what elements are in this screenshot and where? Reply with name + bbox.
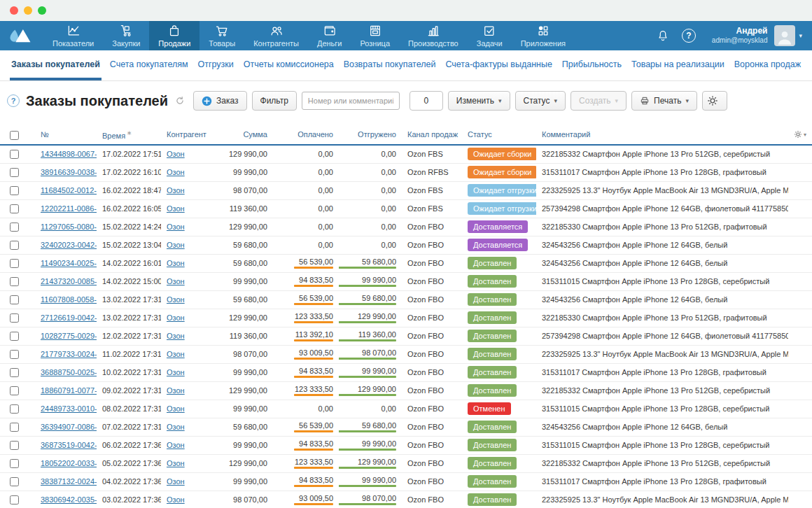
counterparty-link[interactable]: Озон <box>167 277 185 285</box>
counterparty-link[interactable]: Озон <box>167 386 185 395</box>
table-row[interactable]: 24489733-0010-708.02.2022 17:31Озон99 99… <box>0 400 812 418</box>
create-order-button[interactable]: Заказ <box>193 91 246 111</box>
order-number-link[interactable]: 12202211-0086-6 <box>41 204 97 213</box>
nav-item-production[interactable]: Производство <box>399 21 468 50</box>
row-select-cell[interactable] <box>0 199 35 218</box>
row-checkbox[interactable] <box>10 223 19 232</box>
row-checkbox[interactable] <box>10 441 19 450</box>
nav-item-dashboard[interactable]: Показатели <box>43 21 103 50</box>
page-help-icon[interactable]: ? <box>7 94 20 107</box>
column-header[interactable]: Контрагент <box>161 126 213 145</box>
table-row[interactable]: 32402023-0042-115.02.2022 13:04Озон59 68… <box>0 236 812 254</box>
counterparty-link[interactable]: Озон <box>167 241 185 249</box>
column-header[interactable]: № <box>35 126 97 145</box>
row-select-cell[interactable] <box>0 363 35 381</box>
tab-orders[interactable]: Заказы покупателей <box>10 50 102 80</box>
nav-item-money[interactable]: Деньги <box>308 21 351 50</box>
counterparty-link[interactable]: Озон <box>167 441 185 449</box>
order-number-link[interactable]: 14344898-0067-3 <box>41 150 97 158</box>
column-header[interactable]: Сумма <box>213 126 273 145</box>
row-select-cell[interactable] <box>0 400 35 418</box>
row-select-cell[interactable] <box>0 436 35 454</box>
order-number-link[interactable]: 21437320-0085-1 <box>41 277 97 285</box>
table-row[interactable]: 11607808-0058-713.02.2022 17:31Озон59 68… <box>0 290 812 309</box>
order-number-link[interactable]: 27126619-0042-7 <box>41 313 97 322</box>
order-number-link[interactable]: 18860791-0077-6 <box>41 386 97 395</box>
order-number-link[interactable]: 18052202-0033-8 <box>41 459 97 467</box>
nav-item-purchases[interactable]: Закупки <box>103 21 149 50</box>
columns-gear-icon[interactable]: ▾ <box>794 130 806 139</box>
row-select-cell[interactable] <box>0 345 35 363</box>
row-checkbox[interactable] <box>10 459 19 468</box>
column-header[interactable]: Время∗ <box>97 126 161 145</box>
help-icon[interactable]: ? <box>682 29 696 43</box>
table-row[interactable]: 36394907-0086-207.02.2022 17:31Озон59 68… <box>0 418 812 436</box>
row-checkbox[interactable] <box>10 313 19 323</box>
row-select-cell[interactable] <box>0 254 35 272</box>
table-row[interactable]: 36888750-0025-310.02.2022 17:31Озон99 99… <box>0 363 812 381</box>
row-checkbox[interactable] <box>10 277 19 286</box>
nav-item-sales[interactable]: Продажи <box>149 21 200 50</box>
counterparty-link[interactable]: Озон <box>167 423 185 431</box>
moysklad-logo-icon[interactable] <box>0 21 43 50</box>
table-row[interactable]: 11684502-0012-816.02.2022 18:47Озон98 07… <box>0 181 812 199</box>
table-row[interactable]: 21779733-0024-811.02.2022 17:31Озон98 07… <box>0 345 812 363</box>
notifications-bell-icon[interactable] <box>657 29 669 42</box>
counterparty-link[interactable]: Озон <box>167 168 185 176</box>
edit-dropdown-button[interactable]: Изменить▾ <box>448 91 510 111</box>
order-number-link[interactable]: 38387132-0024-4 <box>41 477 97 486</box>
row-select-cell[interactable] <box>0 472 35 491</box>
counterparty-link[interactable]: Озон <box>167 404 185 413</box>
column-header[interactable]: Канал продаж <box>402 126 462 145</box>
row-select-cell[interactable] <box>0 327 35 345</box>
table-row[interactable]: 10282775-0029-512.02.2022 17:31Озон119 3… <box>0 327 812 345</box>
row-select-cell[interactable] <box>0 145 35 164</box>
table-row[interactable]: 36873519-0042-306.02.2022 17:36Озон99 99… <box>0 436 812 454</box>
row-checkbox[interactable] <box>10 368 19 377</box>
row-checkbox[interactable] <box>10 423 19 432</box>
table-row[interactable]: 12202211-0086-616.02.2022 16:05Озон119 3… <box>0 199 812 218</box>
counterparty-link[interactable]: Озон <box>167 368 185 376</box>
row-checkbox[interactable] <box>10 186 19 195</box>
order-number-link[interactable]: 38306942-0035-1 <box>41 495 97 504</box>
order-number-link[interactable]: 36394907-0086-2 <box>41 423 97 431</box>
counterparty-link[interactable]: Озон <box>167 350 185 358</box>
column-header[interactable]: Отгружено <box>339 126 402 145</box>
nav-item-partners[interactable]: Контрагенты <box>244 21 308 50</box>
row-select-cell[interactable] <box>0 236 35 254</box>
order-number-link[interactable]: 11490234-0025-6 <box>41 259 97 267</box>
row-checkbox[interactable] <box>10 204 19 213</box>
row-select-cell[interactable] <box>0 163 35 181</box>
row-checkbox[interactable] <box>10 404 19 414</box>
table-row[interactable]: 38387132-0024-404.02.2022 17:36Озон99 99… <box>0 472 812 491</box>
row-select-cell[interactable] <box>0 491 35 508</box>
row-select-cell[interactable] <box>0 290 35 309</box>
row-checkbox[interactable] <box>10 350 19 359</box>
tab-vat-invoices[interactable]: Счета-фактуры выданные <box>444 50 553 80</box>
tab-invoices-out[interactable]: Счета покупателям <box>108 50 190 80</box>
order-number-link[interactable]: 36888750-0025-3 <box>41 368 97 376</box>
row-checkbox[interactable] <box>10 295 19 304</box>
row-checkbox[interactable] <box>10 495 19 505</box>
order-number-link[interactable]: 24489733-0010-7 <box>41 404 97 413</box>
row-select-cell[interactable] <box>0 272 35 290</box>
counterparty-link[interactable]: Озон <box>167 259 185 267</box>
order-number-link[interactable]: 38916639-0038-4 <box>41 168 97 176</box>
row-select-cell[interactable] <box>0 309 35 327</box>
row-select-cell[interactable] <box>0 418 35 436</box>
search-input[interactable] <box>302 92 400 110</box>
row-checkbox[interactable] <box>10 386 19 395</box>
refresh-icon[interactable] <box>175 96 185 106</box>
status-dropdown-button[interactable]: Статус▾ <box>515 91 566 111</box>
order-number-link[interactable]: 32402023-0042-1 <box>41 241 97 249</box>
order-number-link[interactable]: 10282775-0029-5 <box>41 332 97 340</box>
order-number-link[interactable]: 36873519-0042-3 <box>41 441 97 449</box>
order-number-link[interactable]: 11297065-0080-7 <box>41 223 97 231</box>
nav-item-tasks[interactable]: Задачи <box>468 21 512 50</box>
table-row[interactable]: 18860791-0077-609.02.2022 17:31Озон129 9… <box>0 381 812 400</box>
row-checkbox[interactable] <box>10 150 19 159</box>
minimize-window-button[interactable] <box>24 6 32 15</box>
row-checkbox[interactable] <box>10 259 19 268</box>
row-select-cell[interactable] <box>0 218 35 236</box>
table-row[interactable]: 18052202-0033-805.02.2022 17:36Озон129 9… <box>0 454 812 472</box>
